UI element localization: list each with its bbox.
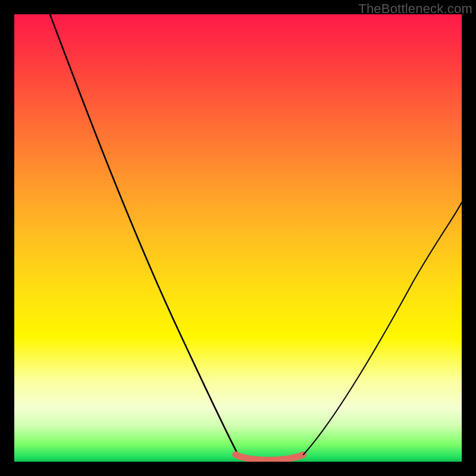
curve-left-branch — [50, 14, 238, 455]
curve-min-segment — [236, 455, 303, 460]
chart-canvas: TheBottleneck.com — [0, 0, 476, 476]
curve-layer — [14, 14, 462, 462]
plot-area — [14, 14, 462, 462]
curve-right-branch — [303, 202, 462, 455]
watermark-text: TheBottleneck.com — [358, 1, 472, 17]
